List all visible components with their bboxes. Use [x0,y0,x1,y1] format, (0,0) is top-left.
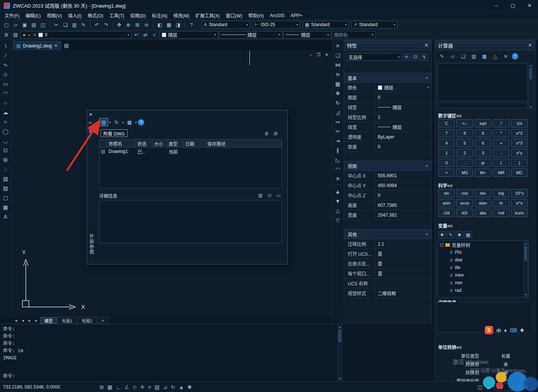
annotation-scale-icon[interactable]: ▲ [486,384,491,390]
calc-key-acos[interactable]: acos [456,199,473,207]
calc-key-abs[interactable]: abs [475,209,491,217]
document-tab[interactable]: ▤ Drawing1.dwg ✕ [13,41,61,50]
move-icon[interactable]: ✥ [333,89,342,98]
menu-item-1[interactable]: 文件(F) [2,11,22,19]
variable-item[interactable]: xdee [438,256,528,264]
calc-key-ms[interactable]: MS [456,168,473,177]
plot-icon[interactable]: ▤ [30,21,38,28]
xref-help-icon[interactable]: ? [138,119,144,126]
calc-key-1[interactable]: 1 [438,149,455,157]
close-button[interactable]: ✕ [521,0,538,11]
tab-scroll-first-icon[interactable]: ◄ [13,319,19,323]
layout-tab-3[interactable]: 布局2 [77,317,96,324]
calc-key-ten-power-x[interactable]: 10^x [511,189,528,197]
attach-image-icon[interactable]: ▦ [125,118,134,126]
calc-key-x-cubed[interactable]: x^3 [511,139,528,147]
lwt-icon[interactable]: ≡ [148,384,151,390]
ime-keyboard-icon[interactable]: ⌨ [510,327,517,333]
calc-key-5[interactable]: 5 [456,139,473,147]
scale-icon[interactable]: ◿ [333,108,342,116]
scroll-down-icon[interactable]: ▼ [524,293,528,297]
menu-item-14[interactable]: APP+ [287,11,305,19]
ime-toolbox-icon[interactable]: ✚ [520,327,524,333]
property-value[interactable]: ByLayer [375,132,431,142]
menu-item-12[interactable]: 帮助(H) [245,11,267,19]
extend-icon[interactable]: ⇥ [333,136,342,145]
calc-key-mr[interactable]: MR [493,168,510,177]
fillet-icon[interactable]: ◠ [333,165,342,173]
properties-close-icon[interactable]: ✕ [424,43,428,48]
scroll-up-icon[interactable]: ▲ [338,325,342,329]
property-value[interactable]: 是 [375,249,431,258]
property-value[interactable]: 1:1 [375,239,431,249]
attach-dwg-icon[interactable]: ▤ [99,118,108,126]
selection-combo[interactable]: 无选择 ▾ [346,53,402,61]
scrollbar-thumb[interactable] [524,246,527,261]
calc-key-x-power-y[interactable]: x^y [511,149,528,157]
command-window[interactable]: 命令:命令:命令:命令: imIMAGE 命令: ▲ ▼ [0,324,343,381]
offset-icon[interactable]: ≋ [333,70,342,79]
dim-style-combo[interactable]: ⊢ISO-25▾ [252,21,300,28]
calc-key-backspace[interactable]: <-- [456,119,473,128]
mirror-icon[interactable]: ⋈ [333,60,342,69]
menu-item-4[interactable]: 插入(I) [65,11,84,19]
layout-tab-2[interactable]: 布局1 [58,317,77,324]
rectangle-icon[interactable]: ▭ [1,79,10,88]
hatch-icon[interactable]: ▧ [1,174,10,183]
calc-key-equals[interactable]: = [438,168,455,177]
tab-scroll-last-icon[interactable]: ► [33,319,39,323]
variables-section-label[interactable]: 变量<< [438,222,453,229]
annotation-scale-combo[interactable]: 1:1▾ [494,383,513,391]
calc-key-4[interactable]: 4 [438,139,455,147]
esnap-icon[interactable]: ◇ [133,384,137,390]
calc-key-atan[interactable]: atan [475,199,491,207]
calc-key-ln[interactable]: ln [493,199,510,207]
trim-icon[interactable]: ✂ [333,127,342,135]
snap-icon[interactable]: ⊞ [99,384,104,390]
details-text-icon[interactable]: ▤ [257,192,264,199]
insert-block-icon[interactable]: ⊡ [1,146,10,154]
menu-item-6[interactable]: 工具(T) [106,11,127,19]
transparency-icon[interactable]: ▨ [155,384,159,390]
calc-key-minus[interactable]: - [493,149,510,157]
dyn-icon[interactable]: ⊿ [163,384,167,390]
lineweight-combo[interactable]: 随层▾ [283,31,331,39]
scroll-up-icon[interactable]: ▲ [524,241,528,246]
viewports-icon[interactable]: ◧ [156,21,164,28]
etrack-icon[interactable]: ✛ [140,384,145,390]
ime-sogou-icon[interactable]: S [485,326,493,334]
table-icon[interactable]: ▦ [1,203,10,211]
plotstyle-combo[interactable]: 随颜色▾ [332,31,375,39]
calc-key-multiply[interactable]: * [493,129,510,137]
menu-item-9[interactable]: 修改(M) [170,11,192,19]
triangle-icon[interactable]: △ [491,52,500,60]
zoom-realtime-icon[interactable]: ⊕ [124,21,133,28]
plot-preview-icon[interactable]: ◫ [39,21,47,28]
tag-icon[interactable]: ▱ [448,52,457,60]
rotate-icon[interactable]: ↻ [333,98,342,107]
calc-key-mc[interactable]: MC [511,168,528,177]
clear-icon[interactable]: ✕ [501,52,510,60]
new-file-icon[interactable]: ▢ [2,21,11,28]
calc-key-sqrt[interactable]: sqrt [475,119,491,128]
minimize-button[interactable]: – [488,0,505,11]
xref-pin-icon[interactable]: ⇤ [89,120,92,125]
help-icon[interactable]: ? [187,21,196,28]
calc-key-plus[interactable]: + [493,139,510,147]
xline-icon[interactable]: ∕ [1,51,10,60]
array-icon[interactable]: ▦ [333,79,342,88]
calc-key-c[interactable]: C [438,119,455,128]
undo-icon[interactable]: ↶ [93,21,101,28]
variable-item[interactable]: xmee [438,271,528,279]
calc-key-r2d[interactable]: r2d [438,209,455,217]
save-icon[interactable]: ▣ [21,21,29,28]
variable-edit-icon[interactable]: ✎ [447,231,454,239]
revcloud-icon[interactable]: ☁ [1,108,10,116]
calc-key-8[interactable]: 8 [456,129,473,137]
numpad-section-label[interactable]: 数字键区<< [438,112,462,119]
color-combo[interactable]: 随层▾ [159,31,218,39]
match-properties-icon[interactable]: ✎ [79,21,88,28]
ellipse-arc-icon[interactable]: ◡ [1,136,10,145]
region-icon[interactable]: ▢ [1,193,10,202]
menu-item-8[interactable]: 标注(N) [149,11,170,19]
